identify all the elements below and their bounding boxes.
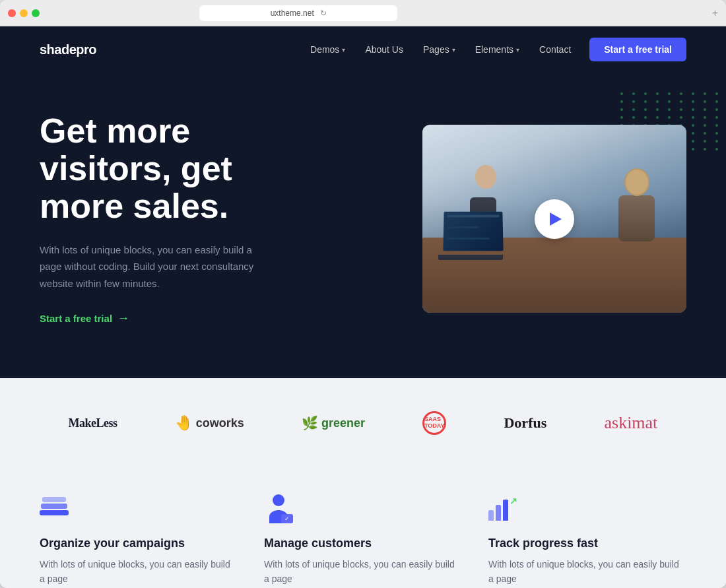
saas-circle-icon: SAASTODAY <box>422 411 446 435</box>
hero-subtitle: With lots of unique blocks, you can easi… <box>40 242 264 292</box>
dot-point <box>715 140 718 143</box>
hero-right <box>422 125 686 313</box>
campaigns-icon <box>40 494 71 526</box>
features-section: Organize your campaigns With lots of uni… <box>0 468 726 588</box>
dot-point <box>620 116 623 119</box>
logo-coworks: 🤚 coworks <box>175 414 244 432</box>
layer-3 <box>40 510 69 515</box>
dot-point <box>656 92 659 95</box>
dot-point <box>632 92 635 95</box>
chart-icon: ↗ <box>488 494 517 523</box>
feature-title-customers: Manage customers <box>264 537 462 550</box>
layers-icon <box>40 494 69 523</box>
play-button[interactable] <box>535 199 574 239</box>
navbar: shadepro Demos ▾ About Us Pages ▾ Elemen… <box>0 26 726 73</box>
nav-item-elements[interactable]: Elements ▾ <box>467 40 527 59</box>
dot-point <box>704 132 706 135</box>
refresh-icon[interactable]: ↻ <box>320 9 327 18</box>
person-icon: ✓ <box>264 494 293 523</box>
dot-point <box>704 92 706 95</box>
browser-toolbar: uxtheme.net ↻ + <box>0 0 726 26</box>
dot-point <box>668 116 671 119</box>
logo-askimat: askimat <box>604 413 657 433</box>
feature-customers: ✓ Manage customers With lots of unique b… <box>264 494 462 587</box>
dot-point <box>644 116 647 119</box>
dot-point <box>644 108 647 111</box>
dot-point <box>632 108 635 111</box>
bar-3 <box>503 500 508 521</box>
feature-title-progress: Track progress fast <box>488 537 686 550</box>
dot-point <box>680 100 682 103</box>
dot-point <box>644 92 647 95</box>
dot-point <box>704 140 706 143</box>
maximize-button[interactable] <box>32 9 40 17</box>
new-tab-button[interactable]: + <box>712 7 718 19</box>
hero-video <box>422 125 686 313</box>
dot-point <box>715 124 718 127</box>
person-badge-icon: ✓ <box>281 514 293 523</box>
dot-point <box>632 116 635 119</box>
dot-point <box>715 148 718 150</box>
dot-point <box>692 100 694 103</box>
customers-icon: ✓ <box>264 494 296 526</box>
dot-point <box>692 124 694 127</box>
dot-point <box>715 116 718 119</box>
dot-point <box>692 148 694 150</box>
url-text: uxtheme.net <box>271 9 314 18</box>
feature-desc-campaigns: With lots of unique blocks, you can easi… <box>40 557 238 587</box>
chevron-down-icon: ▾ <box>452 46 455 53</box>
hero-cta-label: Start a free trial <box>40 313 112 324</box>
dot-point <box>656 116 659 119</box>
dot-point <box>692 116 694 119</box>
nav-item-pages[interactable]: Pages ▾ <box>415 40 463 59</box>
dot-point <box>692 92 694 95</box>
hero-cta-link[interactable]: Start a free trial → <box>40 311 317 325</box>
chevron-down-icon: ▾ <box>516 46 519 53</box>
logo-makeless: MakeLess <box>69 416 117 430</box>
feature-campaigns: Organize your campaigns With lots of uni… <box>40 494 238 587</box>
greener-icon: 🌿 <box>302 415 318 431</box>
coworks-icon: 🤚 <box>175 414 193 432</box>
dot-point <box>715 132 718 135</box>
dot-point <box>620 108 623 111</box>
bar-1 <box>488 510 494 521</box>
arrow-right-icon: → <box>117 311 129 325</box>
nav-item-about[interactable]: About Us <box>357 40 411 59</box>
dot-point <box>620 100 623 103</box>
site-logo[interactable]: shadepro <box>40 42 96 57</box>
dot-point <box>715 92 718 95</box>
dot-point <box>656 100 659 103</box>
feature-title-campaigns: Organize your campaigns <box>40 537 238 550</box>
dot-point <box>680 92 682 95</box>
logos-section: MakeLess 🤚 coworks 🌿 greener SAASTODAY <box>0 378 726 468</box>
hero-left: Get more visitors, get more sales. With … <box>40 112 317 325</box>
hero-section: // Generate dots inline after body loads… <box>0 73 726 378</box>
feature-desc-customers: With lots of unique blocks, you can easi… <box>264 557 462 587</box>
dot-point <box>704 124 706 127</box>
person-head-1 <box>624 168 649 196</box>
browser-window: uxtheme.net ↻ + shadepro Demos ▾ About U… <box>0 0 726 588</box>
trending-up-icon: ↗ <box>510 496 517 506</box>
laptop-base <box>438 255 503 260</box>
person-head-2 <box>475 165 496 189</box>
nav-cta-button[interactable]: Start a free trial <box>589 38 686 61</box>
nav-links: Demos ▾ About Us Pages ▾ Elements ▾ <box>302 38 686 61</box>
dot-point <box>692 108 694 111</box>
person-body-1 <box>618 195 655 242</box>
logo-dorfus: Dorfus <box>504 414 546 432</box>
minimize-button[interactable] <box>20 9 28 17</box>
dot-point <box>692 132 694 135</box>
nav-item-demos[interactable]: Demos ▾ <box>302 40 353 59</box>
window-controls <box>8 9 40 17</box>
dot-point <box>715 108 718 111</box>
nav-item-contact[interactable]: Contact <box>531 40 579 59</box>
play-icon <box>550 212 562 226</box>
dot-point <box>644 100 647 103</box>
dot-point <box>632 100 635 103</box>
close-button[interactable] <box>8 9 16 17</box>
address-bar[interactable]: uxtheme.net ↻ <box>199 5 397 21</box>
dot-point <box>668 92 671 95</box>
logo-greener: 🌿 greener <box>302 415 365 431</box>
dot-point <box>680 108 682 111</box>
dot-point <box>704 100 706 103</box>
